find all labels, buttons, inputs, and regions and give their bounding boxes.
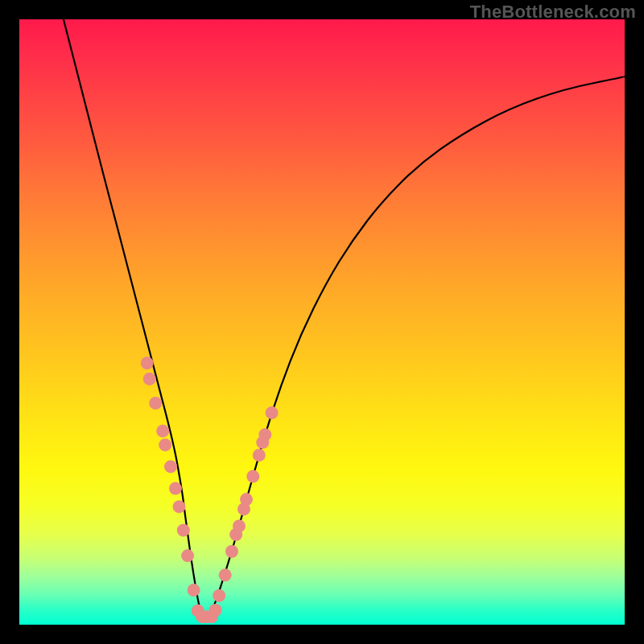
curve-svg — [19, 19, 625, 625]
marker-dot — [149, 397, 162, 410]
marker-dot — [177, 524, 190, 537]
marker-dot — [225, 545, 238, 558]
marker-dot — [266, 407, 279, 419]
chart-frame: TheBottleneck.com — [0, 0, 644, 644]
marker-dot — [246, 470, 259, 483]
marker-dot — [258, 428, 271, 441]
marker-dot — [141, 357, 154, 369]
marker-dot — [159, 439, 171, 452]
marker-dot — [219, 568, 232, 581]
marker-dot — [209, 604, 222, 617]
marker-dot — [143, 373, 156, 386]
marker-dot — [169, 482, 182, 495]
marker-dot — [173, 500, 186, 513]
marker-dot — [253, 448, 266, 461]
marker-dot — [188, 584, 200, 597]
marker-dot — [233, 519, 246, 532]
marker-dot — [240, 493, 253, 506]
plot-area — [19, 19, 625, 625]
marker-dot — [213, 589, 225, 602]
marker-dot — [164, 460, 177, 473]
marker-dot — [181, 549, 194, 562]
marker-dot — [156, 424, 169, 437]
bottleneck-curve — [64, 19, 625, 619]
